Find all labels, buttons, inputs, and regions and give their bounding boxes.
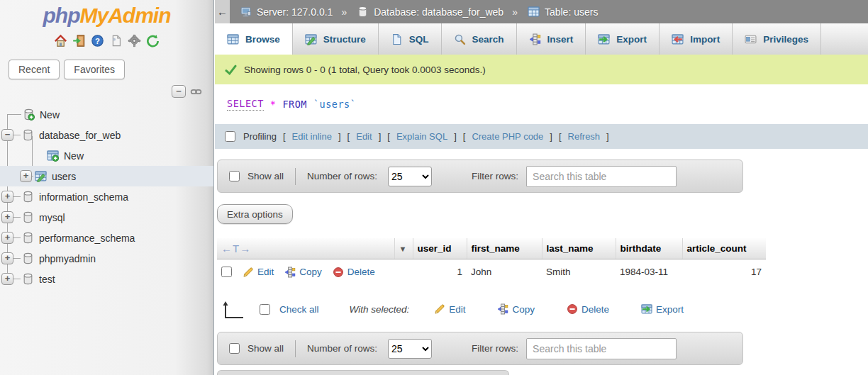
column-header-first-name[interactable]: first_name	[467, 238, 542, 259]
tab-import[interactable]: Import	[660, 23, 733, 55]
selected-delete-button[interactable]: Delete	[567, 303, 609, 315]
link-with-main-panel-icon[interactable]	[190, 86, 202, 98]
sql-icon	[391, 33, 403, 45]
rows-per-page-select[interactable]: 25	[388, 167, 432, 186]
delete-icon	[333, 267, 344, 278]
column-nav-arrows[interactable]: ←T→	[221, 242, 251, 254]
row-checkbox[interactable]	[221, 267, 232, 277]
column-header-last-name[interactable]: last_name	[542, 238, 616, 259]
copy-label: Copy	[512, 304, 535, 315]
cell-birthdate: 1984-03-11	[616, 259, 682, 285]
home-icon[interactable]	[54, 34, 67, 47]
tree-item-label: users	[52, 171, 76, 182]
table-filter-input[interactable]	[526, 166, 677, 187]
number-of-rows-label: Number of rows:	[307, 171, 377, 181]
extra-options-button[interactable]: Extra options	[217, 204, 293, 224]
refresh-link[interactable]: Refresh	[568, 131, 601, 142]
check-all-checkbox[interactable]	[260, 304, 270, 315]
selected-copy-button[interactable]: Copy	[497, 303, 535, 315]
export-icon	[598, 33, 610, 45]
show-all-checkbox[interactable]	[229, 343, 240, 354]
new-table-icon	[47, 150, 59, 162]
bracket: ]	[454, 131, 457, 142]
logout-icon[interactable]	[72, 34, 86, 47]
bracket: ]	[550, 131, 552, 142]
tree-item-performance-schema[interactable]: + performance_schema	[0, 228, 213, 248]
tab-insert[interactable]: Insert	[517, 23, 586, 55]
tree-item-database-for-web[interactable]: − database_for_web	[0, 125, 213, 145]
breadcrumb-server-link[interactable]: Server: 127.0.0.1	[257, 6, 333, 18]
new-database-icon	[23, 108, 35, 121]
tab-bar: Browse Structure SQL Search Insert Expor…	[215, 23, 868, 55]
column-header-birthdate[interactable]: birthdate	[616, 238, 682, 259]
bracket: ]	[338, 131, 341, 142]
tree-item-mysql[interactable]: + mysql	[0, 207, 213, 228]
tree-item-phpmyadmin[interactable]: + phpmyadmin	[0, 248, 213, 269]
tree-item-new-database[interactable]: New	[0, 104, 213, 125]
tree-item-label: information_schema	[39, 191, 128, 203]
tree-item-users[interactable]: + users	[0, 166, 213, 186]
tab-sql[interactable]: SQL	[379, 23, 442, 55]
row-copy-link[interactable]: Copy	[284, 267, 322, 278]
options-caret-icon[interactable]: ▼	[399, 245, 407, 253]
selected-edit-button[interactable]: Edit	[434, 303, 465, 315]
phpmyadmin-app: phpMyAdmin Recent Favorites − Ne	[0, 0, 868, 375]
edit-link[interactable]: Edit	[356, 131, 372, 142]
row-edit-link[interactable]: Edit	[243, 267, 274, 278]
profiling-checkbox[interactable]	[225, 131, 235, 142]
tab-export[interactable]: Export	[586, 23, 660, 55]
back-arrow-button[interactable]: ←	[215, 0, 230, 23]
tree-item-new-table[interactable]: New	[0, 145, 213, 166]
edit-inline-link[interactable]: Edit inline	[292, 131, 332, 142]
tree-item-label: mysql	[39, 212, 65, 223]
favorites-button[interactable]: Favorites	[64, 60, 125, 79]
column-header-article-count[interactable]: article_count	[682, 238, 766, 259]
status-message-text: Showing rows 0 - 0 (1 total, Query took …	[244, 65, 486, 75]
filter-rows-label: Filter rows:	[472, 343, 518, 354]
tab-privileges[interactable]: Privileges	[733, 23, 821, 55]
documentation-icon[interactable]	[109, 34, 123, 47]
breadcrumb-database-link[interactable]: Database: database_for_web	[374, 6, 503, 18]
with-selected-label: With selected:	[350, 304, 410, 315]
reload-navigation-icon[interactable]	[146, 34, 160, 47]
sql-table-identifier: `users`	[313, 99, 356, 110]
help-icon[interactable]	[91, 34, 104, 47]
collapse-node-icon[interactable]: −	[1, 129, 13, 141]
table-icon	[528, 6, 540, 18]
create-php-code-link[interactable]: Create PHP code	[472, 131, 543, 142]
selected-export-button[interactable]: Export	[641, 303, 684, 315]
tab-search[interactable]: Search	[442, 23, 517, 55]
column-header-user-id[interactable]: user_id	[413, 238, 467, 259]
expand-node-icon[interactable]: +	[1, 273, 13, 285]
show-all-checkbox[interactable]	[229, 171, 240, 181]
expand-node-icon[interactable]: +	[1, 252, 13, 264]
breadcrumb-table-link[interactable]: Table: users	[545, 6, 598, 18]
tab-label: Privileges	[763, 34, 808, 45]
success-check-icon	[224, 63, 238, 77]
tree-tick	[13, 217, 21, 218]
settings-gear-icon[interactable]	[128, 34, 141, 47]
phpmyadmin-logo[interactable]: phpMyAdmin	[0, 0, 213, 28]
row-delete-link[interactable]: Delete	[333, 267, 375, 278]
table-filter-input[interactable]	[526, 338, 677, 359]
expand-node-icon[interactable]: +	[1, 191, 13, 203]
edit-pencil-icon	[434, 303, 445, 315]
tab-structure[interactable]: Structure	[293, 23, 379, 55]
browse-icon	[227, 33, 239, 45]
check-all-link[interactable]: Check all	[279, 304, 319, 315]
tree-item-test[interactable]: + test	[0, 269, 213, 289]
edit-label: Edit	[449, 304, 465, 315]
database-icon	[22, 211, 34, 223]
explain-sql-link[interactable]: Explain SQL	[396, 131, 447, 142]
tree-item-information-schema[interactable]: + information_schema	[0, 186, 213, 207]
rows-per-page-select[interactable]: 25	[388, 339, 432, 359]
expand-node-icon[interactable]: +	[1, 232, 13, 244]
expand-node-icon[interactable]: +	[20, 170, 32, 182]
show-all-label: Show all	[247, 171, 284, 181]
expand-node-icon[interactable]: +	[1, 211, 13, 223]
delete-icon	[567, 303, 578, 315]
recent-button[interactable]: Recent	[9, 60, 60, 79]
tab-browse[interactable]: Browse	[215, 23, 293, 55]
collapse-all-icon[interactable]: −	[172, 85, 186, 98]
insert-icon	[529, 33, 541, 45]
